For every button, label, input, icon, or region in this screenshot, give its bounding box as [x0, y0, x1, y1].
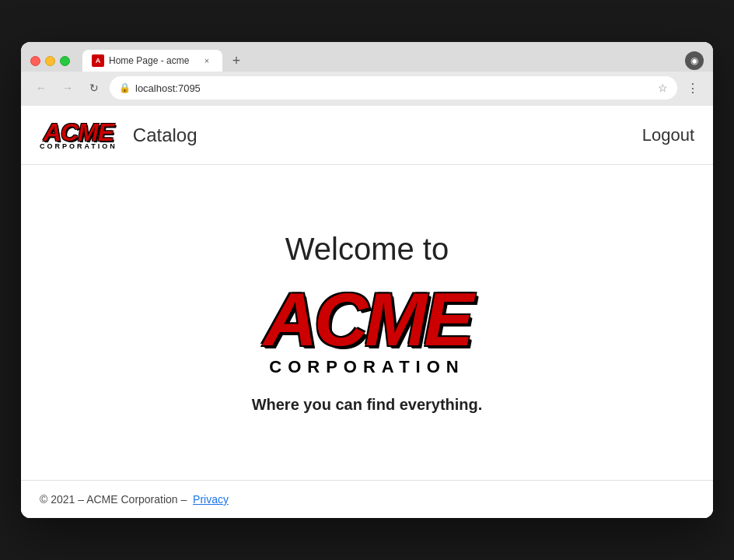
- footer: © 2021 – ACME Corporation – Privacy: [21, 480, 713, 518]
- profile-button[interactable]: ◉: [685, 51, 704, 70]
- maximize-button[interactable]: [60, 56, 70, 66]
- close-button[interactable]: [30, 56, 40, 66]
- active-tab[interactable]: A Home Page - acme ×: [82, 50, 222, 72]
- minimize-button[interactable]: [45, 56, 55, 66]
- more-options-button[interactable]: ⋮: [682, 77, 704, 99]
- browser-window: A Home Page - acme × + ◉ ← → ↻ 🔒 localho…: [21, 42, 713, 518]
- tab-title: Home Page - acme: [109, 55, 196, 66]
- tab-close-icon[interactable]: ×: [201, 54, 213, 67]
- main-content: Welcome to AcME CORPORATION Where you ca…: [21, 165, 713, 480]
- footer-copyright: © 2021 – ACME Corporation – Privacy: [40, 493, 229, 506]
- tab-favicon: A: [92, 54, 104, 67]
- new-tab-button[interactable]: +: [225, 50, 247, 72]
- back-button[interactable]: ←: [30, 77, 52, 99]
- hero-logo: AcME CORPORATION: [264, 282, 471, 377]
- tagline-text: Where you can find everything.: [252, 396, 483, 414]
- address-bar-row: ← → ↻ 🔒 localhost:7095 ☆ ⋮: [21, 72, 713, 106]
- navbar: AcME CORPORATION Catalog Logout: [21, 106, 713, 165]
- reload-button[interactable]: ↻: [83, 77, 105, 99]
- address-bar[interactable]: 🔒 localhost:7095 ☆: [110, 76, 677, 100]
- forward-button[interactable]: →: [57, 77, 79, 99]
- browser-chrome: A Home Page - acme × + ◉ ← → ↻ 🔒 localho…: [21, 42, 713, 106]
- catalog-link[interactable]: Catalog: [133, 124, 197, 146]
- traffic-lights: [30, 56, 70, 66]
- lock-icon: 🔒: [119, 82, 131, 93]
- logout-button[interactable]: Logout: [642, 125, 694, 145]
- tab-bar: A Home Page - acme × + ◉: [21, 42, 713, 72]
- welcome-text: Welcome to: [285, 232, 449, 267]
- acme-logo: AcME CORPORATION: [40, 120, 117, 150]
- privacy-link[interactable]: Privacy: [193, 493, 229, 506]
- logo-main-text: AcME: [44, 120, 114, 145]
- hero-acme-text: AcME: [264, 282, 471, 357]
- page-content: AcME CORPORATION Catalog Logout Welcome …: [21, 106, 713, 518]
- url-display: localhost:7095: [135, 82, 647, 94]
- profile-icon: ◉: [690, 55, 698, 66]
- bookmark-icon[interactable]: ☆: [658, 82, 668, 94]
- logo-sub-text: CORPORATION: [40, 143, 117, 150]
